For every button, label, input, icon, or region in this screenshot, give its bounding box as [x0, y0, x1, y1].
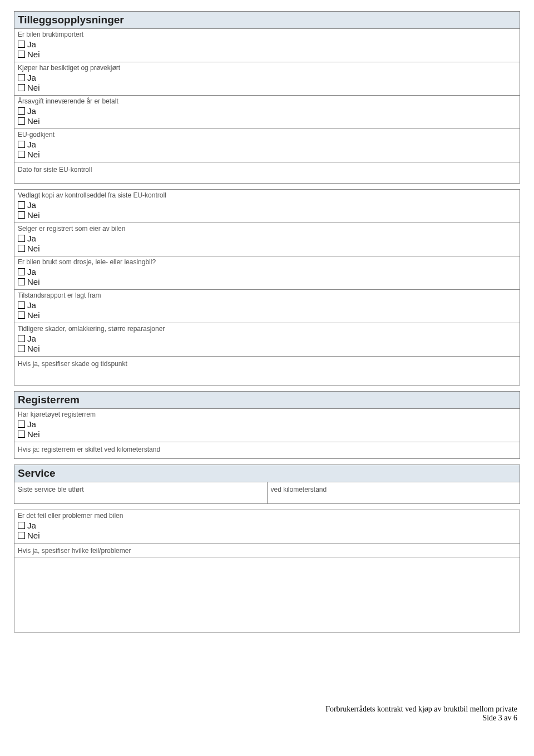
checkbox-icon[interactable] [18, 335, 25, 342]
checkbox-icon[interactable] [18, 532, 25, 539]
section-header-tillegg: Tilleggsopplysninger [14, 11, 520, 29]
checkbox-label: Ja [27, 419, 36, 429]
checkbox-label: Ja [27, 39, 36, 49]
option-nei: Nei [18, 244, 516, 253]
question-tidligere-skader: Tidligere skader, omlakkering, større re… [14, 323, 520, 357]
footer-title: Forbrukerrådets kontrakt ved kjøp av bru… [14, 705, 517, 714]
option-ja: Ja [18, 200, 516, 210]
label: Hvis ja, spesifiser skade og tidspunkt [18, 360, 127, 368]
checkbox-label: Ja [27, 521, 36, 530]
checkbox-label: Nei [27, 116, 40, 126]
checkbox-icon[interactable] [18, 211, 25, 219]
option-ja: Ja [18, 267, 516, 276]
label: Vedlagt kopi av kontrollseddel fra siste… [18, 191, 516, 199]
footer-page: Side 3 av 6 [14, 714, 517, 723]
checkbox-label: Ja [27, 234, 36, 243]
question-selger-registrert: Selger er registrert som eier av bilen J… [14, 223, 520, 256]
checkbox-label: Ja [27, 73, 36, 82]
checkbox-label: Nei [27, 210, 40, 220]
checkbox-label: Nei [27, 83, 40, 92]
checkbox-label: Ja [27, 140, 36, 149]
question-spesifiser-skade: Hvis ja, spesifiser skade og tidspunkt [14, 357, 520, 386]
section-header-registerrem: Registerrem [14, 391, 520, 409]
checkbox-label: Nei [27, 244, 40, 253]
checkbox-label: Ja [27, 267, 36, 276]
checkbox-icon[interactable] [18, 141, 25, 148]
question-bruktimportert: Er bilen bruktimportert Ja Nei [14, 29, 520, 62]
option-nei: Nei [18, 277, 516, 286]
checkbox-icon[interactable] [18, 268, 25, 275]
question-vedlagt-kopi: Vedlagt kopi av kontrollseddel fra siste… [14, 189, 520, 223]
option-nei: Nei [18, 531, 516, 540]
checkbox-label: Ja [27, 300, 36, 310]
option-ja: Ja [18, 234, 516, 243]
option-ja: Ja [18, 140, 516, 149]
question-feil-problemer: Er det feil eller problemer med bilen Ja… [14, 510, 520, 543]
question-tilstandsrapport: Tilstandsrapport er lagt fram Ja Nei [14, 290, 520, 323]
checkbox-label: Nei [27, 310, 40, 320]
label: Selger er registrert som eier av bilen [18, 225, 516, 233]
option-nei: Nei [18, 116, 516, 126]
question-drosje-leie-leasing: Er bilen brukt som drosje, leie- eller l… [14, 256, 520, 290]
option-nei: Nei [18, 50, 516, 59]
checkbox-icon[interactable] [18, 302, 25, 309]
label: Er det feil eller problemer med bilen [18, 512, 516, 520]
checkbox-label: Nei [27, 50, 40, 59]
checkbox-icon[interactable] [18, 151, 25, 158]
question-har-registerrem: Har kjøretøyet registerrem Ja Nei [14, 409, 520, 442]
checkbox-icon[interactable] [18, 345, 25, 352]
label: Har kjøretøyet registerrem [18, 411, 516, 418]
checkbox-icon[interactable] [18, 522, 25, 529]
checkbox-icon[interactable] [18, 235, 25, 242]
question-spesifiser-feil: Hvis ja, spesifiser hvilke feil/probleme… [14, 543, 520, 557]
checkbox-icon[interactable] [18, 51, 25, 58]
label: Er bilen bruktimportert [18, 31, 516, 38]
checkbox-label: Ja [27, 106, 36, 116]
option-nei: Nei [18, 83, 516, 92]
option-ja: Ja [18, 300, 516, 310]
checkbox-icon[interactable] [18, 117, 25, 125]
page-footer: Forbrukerrådets kontrakt ved kjøp av bru… [14, 705, 520, 723]
checkbox-label: Nei [27, 150, 40, 159]
option-nei: Nei [18, 150, 516, 159]
option-ja: Ja [18, 73, 516, 82]
checkbox-icon[interactable] [18, 107, 25, 115]
checkbox-icon[interactable] [18, 421, 25, 428]
spesifiser-feil-textarea [14, 557, 520, 633]
checkbox-icon[interactable] [18, 84, 25, 91]
question-siste-service: Siste service ble utført ved kilometerst… [14, 482, 520, 504]
checkbox-label: Nei [27, 344, 40, 353]
label: Tilstandsrapport er lagt fram [18, 291, 516, 299]
checkbox-icon[interactable] [18, 41, 25, 48]
option-ja: Ja [18, 106, 516, 116]
checkbox-icon[interactable] [18, 312, 25, 319]
option-ja: Ja [18, 39, 516, 49]
cell-service-km: ved kilometerstand [268, 482, 520, 503]
checkbox-icon[interactable] [18, 74, 25, 81]
checkbox-label: Ja [27, 200, 36, 210]
checkbox-icon[interactable] [18, 278, 25, 285]
checkbox-icon[interactable] [18, 201, 25, 209]
label: EU-godkjent [18, 131, 516, 139]
label: Hvis ja, spesifiser hvilke feil/probleme… [18, 547, 131, 555]
checkbox-label: Nei [27, 277, 40, 286]
question-eugodkjent: EU-godkjent Ja Nei [14, 129, 520, 162]
label: Årsavgift inneværende år er betalt [18, 97, 516, 105]
question-besiktiget: Kjøper har besiktiget og prøvekjørt Ja N… [14, 62, 520, 96]
checkbox-icon[interactable] [18, 431, 25, 438]
option-ja: Ja [18, 419, 516, 429]
checkbox-label: Nei [27, 531, 40, 540]
question-dato-eu-kontroll: Dato for siste EU-kontroll [14, 162, 520, 184]
label: Siste service ble utført [18, 486, 84, 493]
question-arsavgift: Årsavgift inneværende år er betalt Ja Ne… [14, 96, 520, 129]
checkbox-icon[interactable] [18, 245, 25, 252]
label: Er bilen brukt som drosje, leie- eller l… [18, 258, 516, 266]
label: Hvis ja: registerrem er skiftet ved kilo… [18, 446, 160, 453]
option-nei: Nei [18, 429, 516, 439]
section-header-service: Service [14, 465, 520, 482]
option-nei: Nei [18, 310, 516, 320]
option-nei: Nei [18, 344, 516, 353]
option-ja: Ja [18, 334, 516, 343]
label: ved kilometerstand [271, 486, 327, 493]
checkbox-label: Nei [27, 429, 40, 439]
